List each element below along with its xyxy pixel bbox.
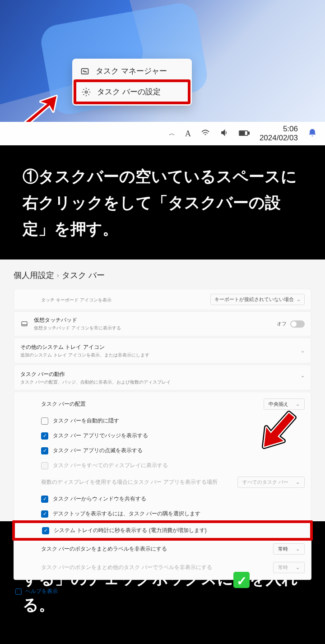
taskbar-screenshot-area: タスク マネージャー タスク バーの設定 ︿ A: [0, 0, 325, 145]
chevron-down-icon: ⌄: [301, 348, 305, 354]
chevron-down-icon: ⌄: [296, 401, 300, 407]
chevron-up-icon: ⌃: [301, 375, 305, 381]
chevron-down-icon: ⌄: [297, 297, 301, 302]
combine-other-dropdown: 常時 ⌄: [273, 562, 305, 573]
instruction-text-1: ①タスクバーの空いているスペースに右クリックをして「タスクバーの設定」を押す。: [0, 145, 325, 259]
taskbar-context-menu: タスク マネージャー タスク バーの設定: [72, 59, 192, 106]
gear-icon: [82, 88, 91, 97]
auto-hide-checkbox[interactable]: [41, 417, 48, 425]
touch-keyboard-dropdown[interactable]: キーボートが接続されていない場合 ⌄: [210, 294, 305, 305]
combine-dropdown[interactable]: 常時 ⌄: [273, 543, 305, 555]
taskbar-clock[interactable]: 5:06 2024/02/03: [260, 125, 298, 142]
menu-item-taskbar-settings[interactable]: タスク バーの設定: [74, 79, 190, 104]
svg-rect-0: [82, 69, 88, 74]
far-corner-checkbox[interactable]: [41, 510, 48, 518]
all-displays-checkbox: [41, 462, 48, 469]
svg-rect-5: [22, 321, 27, 325]
chevron-down-icon: ⌄: [296, 479, 300, 485]
setting-show-seconds[interactable]: システム トレイの時計に秒を表示する (電力消費が増加します): [15, 523, 310, 538]
setting-multi-display: 複数のディスプレイを使用する場合にタスク バー アプリを表示する場所 すべてのタ…: [14, 473, 311, 491]
chevron-down-icon: ⌄: [296, 546, 300, 552]
flashing-checkbox[interactable]: [41, 447, 48, 454]
clock-time: 5:06: [283, 125, 298, 134]
chevron-down-icon: ⌄: [296, 565, 300, 570]
menu-item-task-manager[interactable]: タスク マネージャー: [75, 61, 189, 81]
setting-far-corner[interactable]: デスクトップを表示するには、タスク バーの隅を選択します: [14, 506, 311, 521]
menu-label: タスク バーの設定: [97, 87, 161, 97]
badges-checkbox[interactable]: [41, 432, 48, 440]
breadcrumb: 個人用設定 › タスク バー: [14, 266, 311, 289]
help-icon: ⬚: [15, 588, 22, 595]
multi-display-dropdown: すべてのタスク バー ⌄: [237, 477, 305, 488]
menu-label: タスク マネージャー: [96, 66, 167, 76]
setting-combine-buttons: タスク バーのボタンをまとめラベルを非表示にする 常時 ⌄: [14, 540, 311, 558]
show-seconds-checkbox[interactable]: [42, 527, 49, 534]
volume-icon[interactable]: [220, 129, 229, 139]
settings-screenshot-area: 個人用設定 › タスク バー タッチ キーボード アイコンを表示 キーボートが接…: [0, 259, 325, 521]
checkmark-emoji: [233, 572, 250, 588]
task-manager-icon: [80, 67, 89, 76]
ime-icon[interactable]: A: [185, 129, 191, 139]
setting-touch-keyboard[interactable]: タッチ キーボード アイコンを表示 キーボートが接続されていない場合 ⌄: [14, 289, 311, 310]
virtual-touchpad-toggle[interactable]: [290, 320, 305, 328]
svg-point-1: [85, 91, 88, 93]
section-taskbar-behaviors[interactable]: タスク バーの動作 タスク バーの配置、バッジ、自動的に非表示、および複数のディ…: [14, 365, 311, 390]
svg-rect-3: [248, 132, 249, 134]
taskbar[interactable]: ︿ A 5:06 2024/02/03: [0, 122, 325, 145]
breadcrumb-current: タスク バー: [62, 270, 105, 281]
breadcrumb-parent[interactable]: 個人用設定: [14, 270, 54, 281]
notification-bell-icon[interactable]: [308, 128, 317, 140]
highlighted-setting: システム トレイの時計に秒を表示する (電力消費が増加します): [12, 520, 313, 541]
share-window-checkbox[interactable]: [41, 496, 48, 503]
battery-icon[interactable]: [239, 129, 250, 139]
svg-rect-4: [240, 131, 244, 134]
setting-virtual-touchpad[interactable]: 仮想タッチパッド 仮想タッチパッド アイコンを常に表示する オフ: [14, 311, 311, 336]
setting-combine-other: タスク バーのボタンをまとめ他のタスク バーでラベルを非表示にする 常時 ⌄: [14, 558, 311, 577]
setting-share-window[interactable]: タスク バーからウィンドウを共有する: [14, 491, 311, 506]
help-link[interactable]: ⬚ ヘルプを表示: [14, 581, 311, 597]
wifi-icon[interactable]: [201, 129, 210, 139]
setting-all-displays: タスク バーをすべてのディスプレイに表示する: [14, 458, 311, 473]
chevron-right-icon: ›: [57, 272, 59, 279]
touchpad-icon: [20, 320, 28, 328]
red-arrow-down-annotation: [257, 408, 302, 454]
clock-date: 2024/02/03: [260, 134, 298, 143]
section-other-tray-icons[interactable]: その他のシステム トレイ アイコン 追加のシステム トレイ アイコンを表示、また…: [14, 338, 311, 363]
tray-chevron-up-icon[interactable]: ︿: [169, 130, 175, 138]
